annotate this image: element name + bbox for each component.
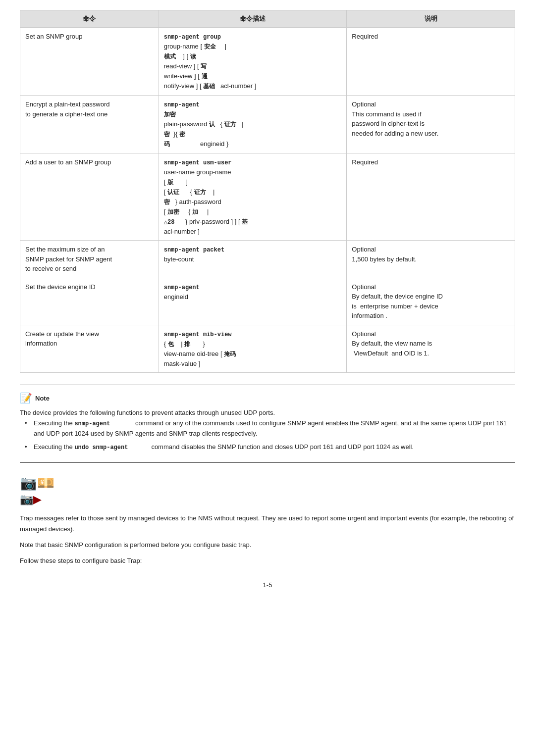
row4-remarks: Optional1,500 bytes by default. bbox=[347, 241, 515, 278]
note-header: 📝 Note bbox=[20, 392, 515, 404]
red-icon-large: 📷💴 bbox=[20, 475, 515, 491]
row5-remarks: OptionalBy default, the device engine ID… bbox=[347, 278, 515, 325]
row1-remarks: Required bbox=[347, 28, 515, 96]
note-intro: The device provides the following functi… bbox=[20, 408, 515, 418]
cmd-undo-snmp-agent: undo snmp-agent bbox=[74, 444, 128, 451]
row4-command: snmp-agent packet byte-count bbox=[159, 241, 347, 278]
row3-description: Add a user to an SNMP group bbox=[20, 153, 159, 241]
row3-command: snmp-agent usm-user user-name group-name… bbox=[159, 153, 347, 241]
row3-remarks: Required bbox=[347, 153, 515, 241]
note-bullets: Executing the snmp-agent command or any … bbox=[20, 418, 515, 453]
col-header-2: 命令描述 bbox=[159, 10, 347, 28]
row2-command: snmp-agent 加密 plain-password 认 { 证方 | 密 … bbox=[159, 96, 347, 153]
table-row: Encrypt a plain-text passwordto generate… bbox=[20, 96, 515, 153]
snmp-commands-table: 命令 命令描述 说明 Set an SNMP group snmp-agent … bbox=[20, 10, 515, 373]
page-number: 1-5 bbox=[20, 581, 515, 589]
row6-command: snmp-agent mib-view { 包 | 排 } view-name … bbox=[159, 325, 347, 373]
bottom-para3: Follow these steps to configure basic Tr… bbox=[20, 555, 515, 566]
row1-command: snmp-agent group group-name [ 安全 | 模式 ] … bbox=[159, 28, 347, 96]
table-row: Set the maximum size of anSNMP packet fo… bbox=[20, 241, 515, 278]
row1-description: Set an SNMP group bbox=[20, 28, 159, 96]
row6-remarks: OptionalBy default, the view name is Vie… bbox=[347, 325, 515, 373]
col-header-1: 命令 bbox=[20, 10, 159, 28]
table-row: Set the device engine ID snmp-agent engi… bbox=[20, 278, 515, 325]
row6-description: Create or update the viewinformation bbox=[20, 325, 159, 373]
bottom-para2: Note that basic SNMP configuration is pe… bbox=[20, 540, 515, 551]
row4-description: Set the maximum size of anSNMP packet fo… bbox=[20, 241, 159, 278]
col-header-3: 说明 bbox=[347, 10, 515, 28]
table-row: Create or update the viewinformation snm… bbox=[20, 325, 515, 373]
red-icon-small: 📷▶ bbox=[20, 493, 515, 506]
cmd-snmp-agent: snmp-agent bbox=[74, 420, 110, 427]
row5-description: Set the device engine ID bbox=[20, 278, 159, 325]
bottom-section: 📷💴 📷▶ Trap messages refer to those sent … bbox=[20, 475, 515, 566]
table-row: Add a user to an SNMP group snmp-agent u… bbox=[20, 153, 515, 241]
note-bullet-2: Executing the undo snmp-agent command di… bbox=[25, 442, 515, 453]
table-row: Set an SNMP group snmp-agent group group… bbox=[20, 28, 515, 96]
row5-command: snmp-agent engineid bbox=[159, 278, 347, 325]
row2-remarks: OptionalThis command is used ifpassword … bbox=[347, 96, 515, 153]
bottom-para1: Trap messages refer to those sent by man… bbox=[20, 513, 515, 535]
row2-description: Encrypt a plain-text passwordto generate… bbox=[20, 96, 159, 153]
note-bullet-1: Executing the snmp-agent command or any … bbox=[25, 418, 515, 439]
note-icon: 📝 bbox=[20, 392, 32, 404]
note-box: 📝 Note The device provides the following… bbox=[20, 385, 515, 463]
note-body: The device provides the following functi… bbox=[20, 408, 515, 453]
note-title: Note bbox=[35, 395, 50, 402]
